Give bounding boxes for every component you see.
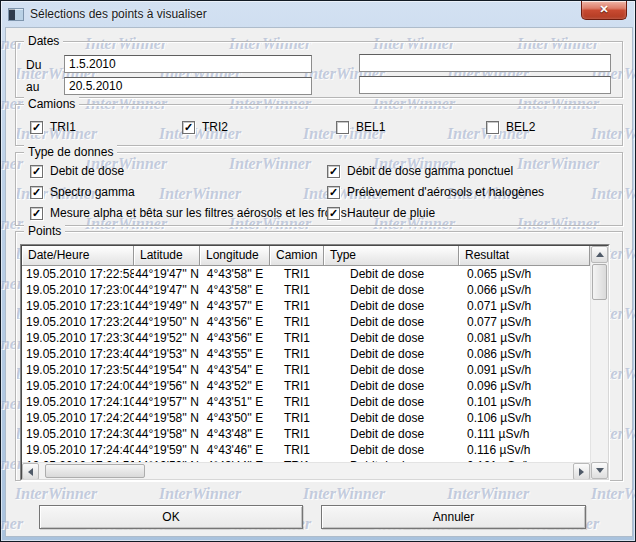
- checkbox-box: ✓: [327, 207, 340, 220]
- cell: 4°43'56'' E: [200, 314, 270, 330]
- horizontal-scroll-track[interactable]: [145, 463, 573, 479]
- cell: 44°19'49'' N: [134, 298, 200, 314]
- close-button[interactable]: ✕: [581, 1, 627, 20]
- vertical-scroll-thumb[interactable]: [592, 264, 607, 300]
- column-header-camion[interactable]: Camion: [270, 246, 324, 266]
- cell: Debit de dose: [324, 362, 459, 378]
- dates-legend: Dates: [24, 34, 63, 49]
- scroll-down-button[interactable]: [591, 462, 608, 479]
- cell: Debit de dose: [324, 346, 459, 362]
- camions-group: Camions ✓TRI1✓TRI2BEL1BEL2: [15, 104, 623, 146]
- points-legend: Points: [24, 224, 65, 239]
- date-from-input[interactable]: [64, 55, 312, 73]
- column-header-resultat[interactable]: Resultat: [459, 246, 590, 266]
- table-row[interactable]: 19.05.2010 17:24:2044°19'58'' N4°43'50''…: [22, 410, 590, 426]
- cell: 19.05.2010 17:24:20: [22, 410, 134, 426]
- cell: Debit de dose: [324, 378, 459, 394]
- checkbox-label: TRI2: [202, 120, 228, 134]
- cell: 4°43'57'' E: [200, 298, 270, 314]
- type-checkbox-debit-de-dose-gamma-ponctuel[interactable]: ✓Débit de dose gamma ponctuel: [327, 164, 513, 178]
- cell: 44°19'59'' N: [134, 442, 200, 458]
- column-header-latitude[interactable]: Latitude: [134, 246, 200, 266]
- checkbox-box: [336, 121, 349, 134]
- checkbox-box: [486, 121, 499, 134]
- cell: 44°19'50'' N: [134, 314, 200, 330]
- type-checkbox-debit-de-dose[interactable]: ✓Debit de dose: [30, 164, 124, 178]
- cell: TRI1: [270, 394, 324, 410]
- column-header-type[interactable]: Type: [324, 246, 459, 266]
- secondary-date-from-input[interactable]: [359, 54, 611, 72]
- dialog-client-area: Dates Du au Camions ✓TRI1✓TRI2BEL1BEL2 T…: [5, 27, 633, 537]
- table-row[interactable]: 19.05.2010 17:24:1044°19'57'' N4°43'51''…: [22, 394, 590, 410]
- cell: 4°43'51'' E: [200, 394, 270, 410]
- scroll-right-icon: [579, 468, 584, 476]
- cell: 44°19'57'' N: [134, 394, 200, 410]
- cancel-button[interactable]: Annuler: [321, 505, 586, 529]
- scroll-up-button[interactable]: [591, 246, 608, 263]
- camion-checkbox-tri2[interactable]: ✓TRI2: [182, 120, 228, 134]
- column-header-longitude[interactable]: Longitude: [200, 246, 270, 266]
- cell: Debit de dose: [324, 330, 459, 346]
- table-row[interactable]: 19.05.2010 17:23:4044°19'53'' N4°43'55''…: [22, 346, 590, 362]
- table-row[interactable]: 19.05.2010 17:23:0044°19'47'' N4°43'58''…: [22, 282, 590, 298]
- scroll-right-button[interactable]: [573, 463, 590, 479]
- date-to-label: au: [26, 80, 39, 94]
- cell: 0.086 µSv/h: [459, 346, 590, 362]
- table-row[interactable]: 19.05.2010 17:24:4044°19'59'' N4°43'46''…: [22, 442, 590, 458]
- cell: 44°19'47'' N: [134, 266, 200, 282]
- column-header-date-heure[interactable]: Date/Heure: [22, 246, 134, 266]
- cell: 44°19'58'' N: [134, 410, 200, 426]
- cell: 0.116 µSv/h: [459, 442, 590, 458]
- checkbox-label: Debit de dose: [50, 164, 124, 178]
- table-row[interactable]: 19.05.2010 17:23:2044°19'50'' N4°43'56''…: [22, 314, 590, 330]
- table-body[interactable]: 19.05.2010 17:22:5844°19'47'' N4°43'58''…: [22, 266, 590, 462]
- cell: Debit de dose: [324, 410, 459, 426]
- vertical-scroll-track[interactable]: [591, 300, 608, 462]
- cell: 4°43'52'' E: [200, 378, 270, 394]
- cell: 4°43'56'' E: [200, 330, 270, 346]
- table-row[interactable]: 19.05.2010 17:22:5844°19'47'' N4°43'58''…: [22, 266, 590, 282]
- vertical-scrollbar[interactable]: [590, 246, 608, 479]
- cell: TRI1: [270, 346, 324, 362]
- camions-legend: Camions: [24, 97, 79, 112]
- cell: 19.05.2010 17:23:30: [22, 330, 134, 346]
- table-row[interactable]: 19.05.2010 17:23:1044°19'49'' N4°43'57''…: [22, 298, 590, 314]
- table-row[interactable]: 19.05.2010 17:23:3044°19'52'' N4°43'56''…: [22, 330, 590, 346]
- cell: TRI1: [270, 426, 324, 442]
- table-row[interactable]: 19.05.2010 17:24:0044°19'56'' N4°43'52''…: [22, 378, 590, 394]
- cell: 0.081 µSv/h: [459, 330, 590, 346]
- cell: 0.111 µSv/h: [459, 426, 590, 442]
- checkbox-label: BEL1: [356, 120, 385, 134]
- cell: 44°19'53'' N: [134, 346, 200, 362]
- type-checkbox-hauteur-de-pluie[interactable]: ✓Hauteur de pluie: [327, 206, 435, 220]
- horizontal-scrollbar[interactable]: [22, 462, 590, 479]
- secondary-date-to-input[interactable]: [359, 76, 611, 94]
- titlebar[interactable]: Sélections des points à visualiser: [6, 1, 207, 27]
- type-checkbox-prelevement-d-aerosols-et-ha[interactable]: ✓Prélèvement d'aérosols et halogènes: [327, 185, 544, 199]
- horizontal-scroll-thumb[interactable]: [45, 464, 145, 478]
- table-row[interactable]: 19.05.2010 17:23:5044°19'54'' N4°43'54''…: [22, 362, 590, 378]
- table-row[interactable]: 19.05.2010 17:24:3044°19'58'' N4°43'48''…: [22, 426, 590, 442]
- cell: 19.05.2010 17:23:40: [22, 346, 134, 362]
- checkbox-box: ✓: [30, 186, 43, 199]
- checkbox-box: ✓: [182, 121, 195, 134]
- cell: 44°19'56'' N: [134, 378, 200, 394]
- date-to-input[interactable]: [64, 77, 312, 95]
- camion-checkbox-bel1[interactable]: BEL1: [336, 120, 385, 134]
- checkbox-label: Prélèvement d'aérosols et halogènes: [347, 185, 544, 199]
- type-checkbox-mesure-alpha-et-beta-sur-les[interactable]: ✓Mesure alpha et bêta sur les filtres aé…: [30, 206, 347, 220]
- cell: 44°19'54'' N: [134, 362, 200, 378]
- cell: 4°43'58'' E: [200, 282, 270, 298]
- cell: 44°19'47'' N: [134, 282, 200, 298]
- window-title: Sélections des points à visualiser: [30, 7, 207, 21]
- ok-button[interactable]: OK: [39, 505, 303, 529]
- close-icon: ✕: [599, 3, 608, 15]
- scroll-left-button[interactable]: [22, 463, 39, 479]
- cell: Debit de dose: [324, 266, 459, 282]
- cell: TRI1: [270, 330, 324, 346]
- cell: TRI1: [270, 410, 324, 426]
- camion-checkbox-bel2[interactable]: BEL2: [486, 120, 535, 134]
- cell: Debit de dose: [324, 282, 459, 298]
- camion-checkbox-tri1[interactable]: ✓TRI1: [30, 120, 76, 134]
- type-checkbox-spectro-gamma[interactable]: ✓Spectro gamma: [30, 185, 135, 199]
